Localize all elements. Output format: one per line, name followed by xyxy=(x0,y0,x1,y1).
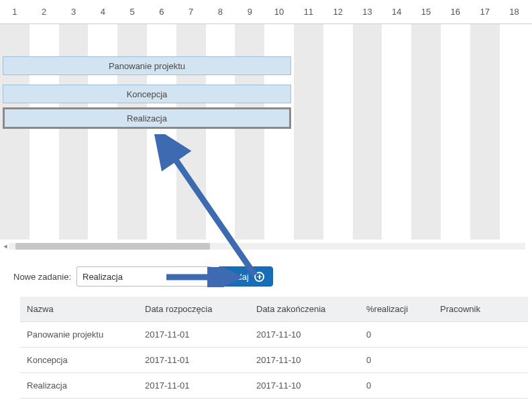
horizontal-scrollbar[interactable]: ◄ xyxy=(9,243,525,250)
table-row[interactable]: Koncepcja2017-11-012017-11-100 xyxy=(20,348,528,373)
th-start: Data rozpoczęcia xyxy=(145,304,256,314)
table-cell: 2017-11-01 xyxy=(145,380,256,391)
table-row[interactable]: Panowanie projektu2017-11-012017-11-100 xyxy=(20,322,528,348)
timeline-header: 123456789101112131415161718 xyxy=(0,0,532,24)
new-task-label: Nowe zadanie: xyxy=(13,272,71,282)
tasks-table: Nazwa Data rozpoczęcia Data zakończenia … xyxy=(20,297,528,399)
gantt-timeline: 123456789101112131415161718 Panowanie pr… xyxy=(0,0,532,240)
table-cell: 0 xyxy=(366,355,440,365)
table-cell: 2017-11-01 xyxy=(145,355,256,365)
timeline-day-header: 9 xyxy=(235,0,264,23)
table-cell: Panowanie projektu xyxy=(27,329,145,340)
add-button-label: Dodaj xyxy=(226,272,249,282)
timeline-day-header: 1 xyxy=(0,0,30,23)
timeline-day-header: 13 xyxy=(353,0,382,23)
scroll-left-arrow[interactable]: ◄ xyxy=(2,243,9,250)
timeline-day-header: 2 xyxy=(30,0,59,23)
timeline-day-header: 3 xyxy=(59,0,89,23)
table-cell: 0 xyxy=(366,329,440,340)
timeline-day-header: 10 xyxy=(264,0,294,23)
gantt-bar[interactable]: Realizacja xyxy=(3,107,291,129)
table-cell: 2017-11-01 xyxy=(145,329,256,340)
table-cell: 2017-11-10 xyxy=(256,355,366,365)
table-cell: 2017-11-10 xyxy=(256,380,366,391)
th-progress: %realizacji xyxy=(366,304,440,314)
timeline-day-header: 15 xyxy=(411,0,441,23)
timeline-day-header: 11 xyxy=(294,0,323,23)
th-worker: Pracownik xyxy=(440,304,521,314)
table-cell: 0 xyxy=(366,380,440,391)
timeline-day-header: 14 xyxy=(382,0,411,23)
timeline-day-header: 17 xyxy=(470,0,500,23)
gantt-bar[interactable]: Panowanie projektu xyxy=(3,56,291,75)
th-end: Data zakończenia xyxy=(256,304,366,314)
table-row[interactable]: Realizacja2017-11-012017-11-100 xyxy=(20,373,528,399)
table-cell: Koncepcja xyxy=(27,355,145,365)
timeline-day-header: 12 xyxy=(323,0,353,23)
timeline-day-header: 16 xyxy=(441,0,470,23)
plus-circle-icon xyxy=(254,272,264,282)
new-task-input[interactable] xyxy=(76,266,212,287)
add-button[interactable]: Dodaj xyxy=(217,266,273,287)
gantt-bar[interactable]: Koncepcja xyxy=(3,85,291,103)
timeline-day-header: 4 xyxy=(88,0,117,23)
timeline-day-header: 7 xyxy=(176,0,206,23)
timeline-day-header: 5 xyxy=(117,0,147,23)
timeline-day-header: 8 xyxy=(206,0,235,23)
timeline-day-header: 18 xyxy=(500,0,529,23)
timeline-day-header: 6 xyxy=(147,0,176,23)
table-header-row: Nazwa Data rozpoczęcia Data zakończenia … xyxy=(20,297,528,322)
table-cell: Realizacja xyxy=(27,380,145,391)
scrollbar-thumb[interactable] xyxy=(15,243,210,250)
table-cell: 2017-11-10 xyxy=(256,329,366,340)
th-name: Nazwa xyxy=(27,304,145,314)
timeline-body[interactable]: Panowanie projektuKoncepcjaRealizacja xyxy=(0,24,532,240)
